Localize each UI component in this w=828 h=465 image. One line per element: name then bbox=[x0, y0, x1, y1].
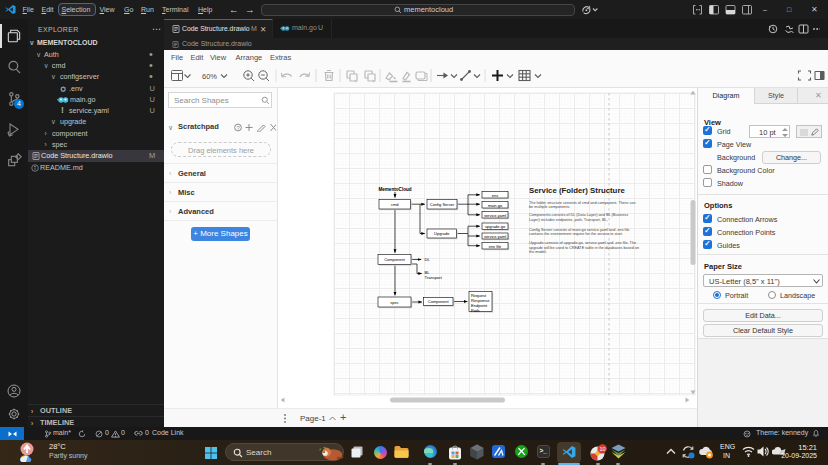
svg-text:contains the environment requi: contains the environment require for the… bbox=[529, 232, 623, 236]
svg-text:DL: DL bbox=[425, 257, 431, 262]
svg-text:60%: 60% bbox=[202, 72, 217, 81]
svg-text:The folder structure consists: The folder structure consists of cmd and… bbox=[529, 201, 636, 205]
svg-text:Layer) includes endpoints, pat: Layer) includes endpoints, path, Transpo… bbox=[529, 218, 608, 222]
svg-text:env: env bbox=[492, 193, 498, 198]
svg-text:env file: env file bbox=[489, 244, 502, 249]
svg-text:upgrade.go: upgrade.go bbox=[485, 224, 506, 229]
svg-text:Config Server: Config Server bbox=[430, 202, 455, 207]
svg-text:Config Server consists of main: Config Server consists of main.go servic… bbox=[529, 228, 629, 232]
svg-text:cmd: cmd bbox=[391, 202, 399, 207]
svg-text:Upgrade consists of upgrade.go: Upgrade consists of upgrade.go, service.… bbox=[529, 241, 636, 245]
svg-text:Upgrade: Upgrade bbox=[434, 231, 450, 236]
svg-text:Component: Component bbox=[428, 299, 450, 304]
svg-text:upgrade will be used to CREATE: upgrade will be used to CREATE table in … bbox=[529, 246, 639, 250]
svg-text:Service (Folder) Structure: Service (Folder) Structure bbox=[529, 186, 625, 195]
svg-text:Transport: Transport bbox=[425, 275, 443, 280]
svg-text:be multiple components.: be multiple components. bbox=[529, 205, 570, 209]
svg-text:MementoCloud: MementoCloud bbox=[378, 187, 411, 192]
svg-text:main.go: main.go bbox=[488, 203, 503, 208]
svg-text:spec: spec bbox=[390, 300, 398, 305]
svg-text:Path: Path bbox=[471, 308, 480, 313]
svg-text:10: 10 bbox=[599, 446, 605, 452]
svg-text:Component: Component bbox=[384, 257, 406, 262]
svg-text:service.yaml: service.yaml bbox=[484, 213, 506, 218]
svg-text:the model.: the model. bbox=[529, 250, 547, 254]
svg-text:Components consists of DL (Dat: Components consists of DL (Data Layer) a… bbox=[529, 213, 628, 217]
svg-text:service.yaml: service.yaml bbox=[484, 234, 506, 239]
